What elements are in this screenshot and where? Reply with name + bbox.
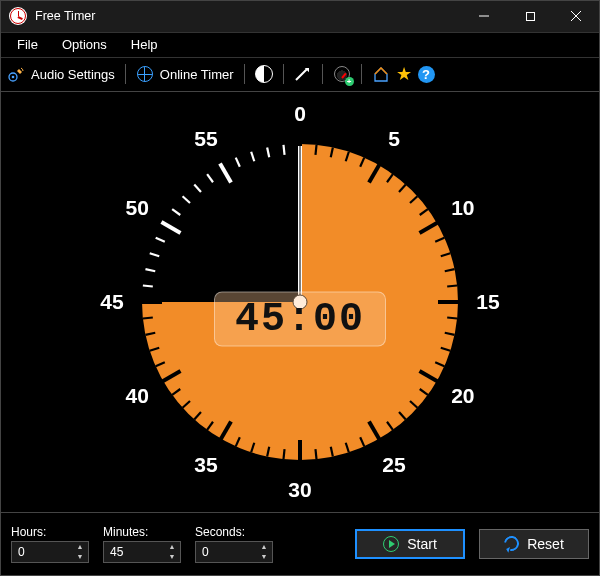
window-controls (461, 1, 599, 32)
play-icon (383, 536, 399, 552)
contrast-button[interactable] (255, 65, 273, 83)
svg-line-20 (447, 285, 457, 286)
start-button[interactable]: Start (355, 529, 465, 559)
minutes-value: 45 (110, 545, 123, 559)
clock-area: 45:00 0510152025303540455055 (1, 92, 599, 512)
clock-face-number: 35 (194, 453, 217, 477)
svg-line-56 (161, 222, 180, 233)
star-icon: ★ (396, 65, 412, 83)
clock-face-number: 50 (125, 196, 148, 220)
minutes-down-button[interactable]: ▼ (164, 552, 180, 562)
menu-bar: File Options Help (1, 33, 599, 59)
expand-icon (294, 65, 312, 83)
globe-icon (136, 65, 154, 83)
help-icon: ? (418, 66, 435, 83)
add-gauge-button[interactable]: + (333, 65, 351, 83)
minutes-field: Minutes: 45 ▲ ▼ (103, 525, 181, 563)
toolbar-separator (244, 64, 245, 84)
reset-button[interactable]: Reset (479, 529, 589, 559)
hours-label: Hours: (11, 525, 89, 539)
minutes-input[interactable]: 45 ▲ ▼ (103, 541, 181, 563)
svg-line-65 (283, 145, 284, 155)
svg-line-57 (172, 209, 180, 215)
toolbar-separator (322, 64, 323, 84)
bottom-panel: Hours: 0 ▲ ▼ Minutes: 45 ▲ ▼ Seconds: (1, 512, 599, 575)
clock-face-number: 25 (382, 453, 405, 477)
svg-line-52 (143, 285, 153, 286)
fullscreen-button[interactable] (294, 65, 312, 83)
clock-face-number: 0 (294, 102, 306, 126)
clock-face-number: 10 (451, 196, 474, 220)
toolbar: Audio Settings Online Timer + (1, 58, 599, 92)
svg-line-50 (143, 317, 153, 318)
home-icon (372, 65, 390, 83)
help-button[interactable]: ? (418, 66, 435, 83)
reset-label: Reset (527, 536, 564, 552)
svg-line-7 (315, 145, 316, 155)
menu-file[interactable]: File (7, 35, 48, 54)
title-left: Free Timer (1, 7, 95, 25)
audio-settings-button[interactable]: Audio Settings (7, 65, 115, 83)
clock-face-number: 55 (194, 127, 217, 151)
svg-line-53 (145, 269, 155, 271)
minutes-up-button[interactable]: ▲ (164, 542, 180, 552)
seconds-input[interactable]: 0 ▲ ▼ (195, 541, 273, 563)
toolbar-separator (283, 64, 284, 84)
favorite-button[interactable]: ★ (396, 65, 412, 83)
online-timer-button[interactable]: Online Timer (136, 65, 234, 83)
digital-display: 45:00 (214, 291, 386, 346)
svg-point-5 (12, 76, 15, 79)
minutes-label: Minutes: (103, 525, 181, 539)
menu-help[interactable]: Help (121, 35, 168, 54)
toolbar-separator (361, 64, 362, 84)
hours-field: Hours: 0 ▲ ▼ (11, 525, 89, 563)
window-title: Free Timer (35, 9, 95, 23)
menu-options[interactable]: Options (52, 35, 117, 54)
audio-settings-label: Audio Settings (31, 67, 115, 82)
hours-input[interactable]: 0 ▲ ▼ (11, 541, 89, 563)
seconds-field: Seconds: 0 ▲ ▼ (195, 525, 273, 563)
title-bar: Free Timer (1, 1, 599, 33)
svg-line-58 (183, 196, 190, 203)
clock-face-number: 20 (451, 384, 474, 408)
clock-face-number: 15 (476, 290, 499, 314)
hours-value: 0 (18, 545, 25, 559)
svg-line-35 (315, 449, 316, 459)
svg-line-63 (251, 151, 254, 161)
maximize-button[interactable] (507, 1, 553, 32)
hours-stepper: ▲ ▼ (72, 542, 88, 562)
gauge-plus-icon: + (333, 65, 351, 83)
seconds-stepper: ▲ ▼ (256, 542, 272, 562)
clock-face-number: 40 (125, 384, 148, 408)
close-button[interactable] (553, 1, 599, 32)
clock-face-number: 30 (288, 478, 311, 502)
svg-line-22 (447, 317, 457, 318)
svg-line-64 (267, 147, 269, 157)
minimize-button[interactable] (461, 1, 507, 32)
svg-line-54 (150, 253, 160, 256)
seconds-up-button[interactable]: ▲ (256, 542, 272, 552)
svg-line-37 (283, 449, 284, 459)
seconds-down-button[interactable]: ▼ (256, 552, 272, 562)
svg-line-61 (220, 163, 231, 182)
contrast-icon (255, 65, 273, 83)
home-button[interactable] (372, 65, 390, 83)
clock-face-number: 45 (100, 290, 123, 314)
svg-line-59 (194, 184, 201, 191)
svg-line-55 (156, 237, 165, 241)
clock-face-number: 5 (388, 127, 400, 151)
app-window: Free Timer File Options Help (0, 0, 600, 576)
audio-gear-icon (7, 65, 25, 83)
app-clock-icon (9, 7, 27, 25)
svg-line-62 (236, 157, 240, 166)
seconds-label: Seconds: (195, 525, 273, 539)
minutes-stepper: ▲ ▼ (164, 542, 180, 562)
hours-down-button[interactable]: ▼ (72, 552, 88, 562)
svg-line-60 (207, 174, 213, 182)
reset-icon (501, 533, 522, 554)
svg-rect-1 (526, 12, 534, 20)
online-timer-label: Online Timer (160, 67, 234, 82)
seconds-value: 0 (202, 545, 209, 559)
toolbar-separator (125, 64, 126, 84)
hours-up-button[interactable]: ▲ (72, 542, 88, 552)
